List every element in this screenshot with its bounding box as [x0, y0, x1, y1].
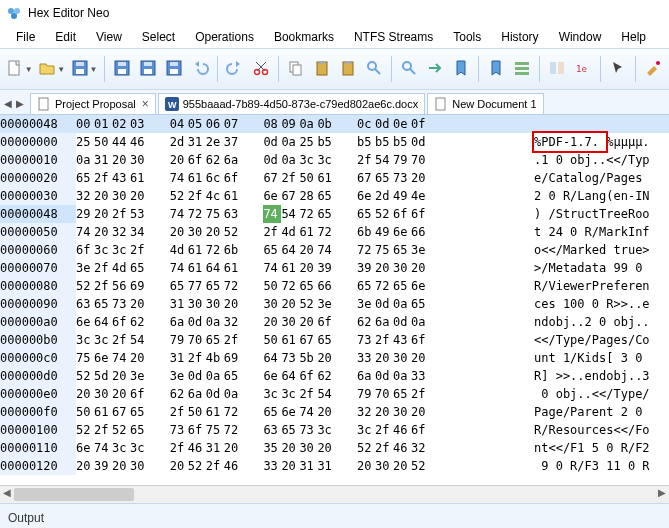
bytes-cell[interactable]: 525d203e 3e0d0a65 6e646f62 6a0d0a33 [76, 367, 534, 385]
scroll-right-icon[interactable]: ▶ [655, 487, 669, 502]
document-tab[interactable]: W955baaad-7b89-4d50-873e-c79ed802ae6c.do… [158, 93, 425, 114]
bytes-cell[interactable]: 63657320 31303020 3020523e 3e0d0a65 [76, 295, 534, 313]
hex-row[interactable]: 000000f050616765 2f506172 656e7420 32203… [0, 403, 669, 421]
hex-row[interactable]: 000000a06e646f62 6a0d0a32 2030206f 626a0… [0, 313, 669, 331]
bookmark-toggle-button[interactable] [449, 54, 473, 84]
tab-nav-right-icon[interactable]: ▶ [14, 97, 26, 109]
hex-row[interactable]: 0000003032203020 522f4c61 6e672865 6e2d4… [0, 187, 669, 205]
hex-row[interactable]: 0000000025504446 2d312e37 0d0a25b5 b5b5b… [0, 133, 669, 151]
new-file-button[interactable]: ▼ [4, 54, 34, 84]
scroll-left-icon[interactable]: ◀ [0, 487, 14, 502]
menu-history[interactable]: History [493, 28, 546, 46]
goto-button[interactable] [423, 54, 447, 84]
color-picker-button[interactable] [641, 54, 665, 84]
structure-viewer-button[interactable] [510, 54, 534, 84]
ascii-cell[interactable]: R/Resources<</Fo [534, 421, 669, 439]
ascii-cell[interactable]: 0 obj..<</Type/ [534, 385, 669, 403]
undo-button[interactable] [188, 54, 212, 84]
ascii-cell[interactable]: >/Metadata 99 0 [534, 259, 669, 277]
redo-button[interactable] [223, 54, 247, 84]
hex-row[interactable]: 0000004829202f53 74727563 74547265 65526… [0, 205, 669, 223]
menu-help[interactable]: Help [613, 28, 654, 46]
hex-row[interactable]: 0000012020392030 20522f46 33203131 20302… [0, 457, 669, 475]
bytes-cell[interactable]: 522f5265 736f7572 6365733c 3c2f466f [76, 421, 534, 439]
ascii-cell[interactable]: .1 0 obj..<</Typ [534, 151, 669, 169]
menu-bookmarks[interactable]: Bookmarks [266, 28, 342, 46]
tab-nav-left-icon[interactable]: ◀ [2, 97, 14, 109]
hex-row[interactable]: 00000020652f4361 74616c6f 672f5061 67657… [0, 169, 669, 187]
bytes-cell[interactable]: 74203234 20302052 2f4d6172 6b496e66 [76, 223, 534, 241]
bytes-cell[interactable]: 3c3c2f54 7970652f 50616765 732f436f [76, 331, 534, 349]
cut-button[interactable] [249, 54, 273, 84]
find-button[interactable] [362, 54, 386, 84]
menu-ntfs-streams[interactable]: NTFS Streams [346, 28, 441, 46]
menu-edit[interactable]: Edit [47, 28, 84, 46]
hex-row[interactable]: 0000005074203234 20302052 2f4d6172 6b496… [0, 223, 669, 241]
save-button[interactable]: ▼ [69, 54, 99, 84]
bytes-cell[interactable]: 0a312030 206f626a 0d0a3c3c 2f547970 [76, 151, 534, 169]
hex-row[interactable]: 0000009063657320 31303020 3020523e 3e0d0… [0, 295, 669, 313]
menu-window[interactable]: Window [551, 28, 610, 46]
hex-editor-view[interactable]: 0000004800010203 04050607 08090a0b 0c0d0… [0, 115, 669, 485]
ascii-cell[interactable]: 2 0 R/Lang(en-IN [534, 187, 669, 205]
bytes-cell[interactable]: 2030206f 626a0d0a 3c3c2f54 7970652f [76, 385, 534, 403]
ascii-cell[interactable]: 9 0 R/F3 11 0 R [534, 457, 669, 475]
save-as-button[interactable] [162, 54, 186, 84]
ascii-cell[interactable]: R] >>..endobj..3 [534, 367, 669, 385]
menu-select[interactable]: Select [134, 28, 183, 46]
bytes-cell[interactable]: 6e646f62 6a0d0a32 2030206f 626a0d0a [76, 313, 534, 331]
menu-file[interactable]: File [8, 28, 43, 46]
hex-mode-button[interactable]: 1e [571, 54, 595, 84]
ascii-cell[interactable]: o<</Marked true> [534, 241, 669, 259]
hex-row[interactable]: 00000100522f5265 736f7572 6365733c 3c2f4… [0, 421, 669, 439]
paste-special-button[interactable] [336, 54, 360, 84]
bytes-cell[interactable]: 6f3c3c2f 4d61726b 65642074 7275653e [76, 241, 534, 259]
document-tab[interactable]: Project Proposal× [30, 93, 156, 114]
ascii-cell[interactable]: e/Catalog/Pages [534, 169, 669, 187]
ascii-cell[interactable]: <</Type/Pages/Co [534, 331, 669, 349]
bytes-cell[interactable]: 50616765 2f506172 656e7420 32203020 [76, 403, 534, 421]
hex-row[interactable]: 000000100a312030 206f626a 0d0a3c3c 2f547… [0, 151, 669, 169]
bytes-cell[interactable]: 20392030 20522f46 33203131 20302052 [76, 457, 534, 475]
scrollbar-horizontal[interactable]: ◀ ▶ [0, 485, 669, 503]
bytes-cell[interactable]: 652f4361 74616c6f 672f5061 67657320 [76, 169, 534, 187]
menu-operations[interactable]: Operations [187, 28, 262, 46]
document-tab[interactable]: New Document 1 [427, 93, 543, 114]
hex-row[interactable]: 000000703e2f4d65 74616461 74612039 39203… [0, 259, 669, 277]
copy-button[interactable] [284, 54, 308, 84]
ascii-cell[interactable]: nt<</F1 5 0 R/F2 [534, 439, 669, 457]
hex-row[interactable]: 000000e02030206f 626a0d0a 3c3c2f54 79706… [0, 385, 669, 403]
ascii-cell[interactable]: %PDF-1.7. %µµµµ. [534, 133, 669, 151]
bytes-cell[interactable]: 522f5669 65776572 50726566 6572656e [76, 277, 534, 295]
close-icon[interactable]: × [142, 97, 149, 111]
hex-row[interactable]: 00000080522f5669 65776572 50726566 65726… [0, 277, 669, 295]
bookmark-prev-button[interactable] [484, 54, 508, 84]
ascii-cell[interactable]: Page/Parent 2 0 [534, 403, 669, 421]
replace-button[interactable] [397, 54, 421, 84]
bytes-cell[interactable]: 756e7420 312f4b69 64735b20 33203020 [76, 349, 534, 367]
hex-row[interactable]: 000000c0756e7420 312f4b69 64735b20 33203… [0, 349, 669, 367]
hex-row[interactable]: 000000b03c3c2f54 7970652f 50616765 732f4… [0, 331, 669, 349]
ascii-cell[interactable]: ) /StructTreeRoo [534, 205, 669, 223]
hex-row[interactable]: 000000606f3c3c2f 4d61726b 65642074 72756… [0, 241, 669, 259]
ascii-cell[interactable]: t 24 0 R/MarkInf [534, 223, 669, 241]
save-selection-button[interactable] [136, 54, 160, 84]
open-file-button[interactable]: ▼ [36, 54, 66, 84]
ascii-cell[interactable]: ces 100 0 R>>..e [534, 295, 669, 313]
menu-tools[interactable]: Tools [445, 28, 489, 46]
save-all-button[interactable] [110, 54, 134, 84]
ascii-cell[interactable]: unt 1/Kids[ 3 0 [534, 349, 669, 367]
ascii-cell[interactable]: ndobj..2 0 obj.. [534, 313, 669, 331]
ascii-cell[interactable]: R/ViewerPreferen [534, 277, 669, 295]
paste-button[interactable] [310, 54, 334, 84]
bytes-cell[interactable]: 25504446 2d312e37 0d0a25b5 b5b5b50d [76, 133, 534, 151]
bytes-cell[interactable]: 32203020 522f4c61 6e672865 6e2d494e [76, 187, 534, 205]
scrollbar-thumb[interactable] [14, 488, 134, 501]
pointer-button[interactable] [606, 54, 630, 84]
bytes-cell[interactable]: 29202f53 74727563 74547265 65526f6f [76, 205, 534, 223]
compare-button[interactable] [545, 54, 569, 84]
hex-row[interactable]: 000000d0525d203e 3e0d0a65 6e646f62 6a0d0… [0, 367, 669, 385]
hex-row[interactable]: 000001106e743c3c 2f463120 35203020 522f4… [0, 439, 669, 457]
bytes-cell[interactable]: 6e743c3c 2f463120 35203020 522f4632 [76, 439, 534, 457]
bytes-cell[interactable]: 3e2f4d65 74616461 74612039 39203020 [76, 259, 534, 277]
